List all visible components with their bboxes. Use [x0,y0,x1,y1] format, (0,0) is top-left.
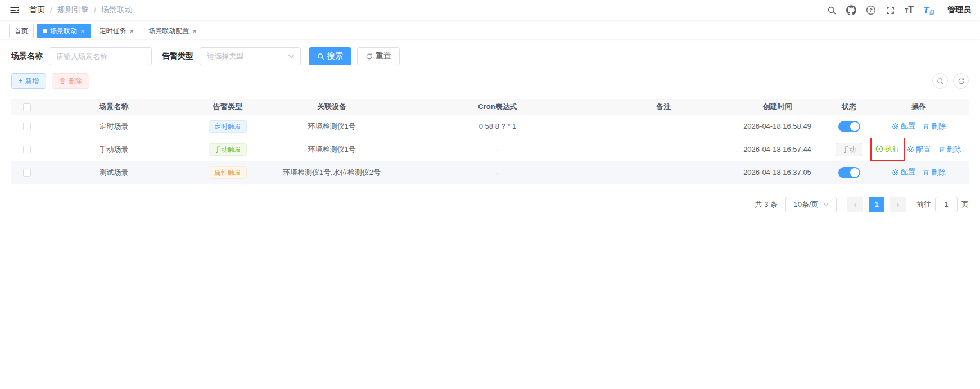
navbar-actions: ? TT TB 管理员 [827,4,971,16]
tab-label: 场景联动配置 [148,26,189,36]
alarm-type-label: 告警类型 [162,51,193,61]
table-row: 定时场景 定时触发 环境检测仪1号 0 58 8 ? * 1 2026-04-1… [11,115,969,138]
search-icon [937,78,944,85]
tab-close-icon[interactable]: × [192,28,197,35]
alarm-type-tag: 定时触发 [209,120,247,133]
status-toggle[interactable] [838,167,860,178]
gear-icon [892,169,899,176]
delete-link[interactable]: 删除 [923,168,946,178]
created-cell: 2026-04-18 16:37:05 [725,161,829,184]
svg-text:B: B [929,8,934,16]
filter-bar: 场景名称 告警类型 请选择类型 搜索 重置 [11,47,969,65]
alarm-type-tag: 属性触发 [209,166,247,179]
chevron-down-icon [288,54,295,58]
cron-cell: 0 58 8 ? * 1 [394,115,602,138]
total-count: 共 3 条 [755,200,778,210]
config-link-label: 配置 [901,121,915,131]
select-placeholder: 请选择类型 [207,51,243,61]
tab-home[interactable]: 首页 [9,24,34,38]
search-button[interactable]: 搜索 [309,47,351,65]
scene-name-cell: 手动场景 [42,138,186,161]
reset-button-label: 重置 [376,51,391,61]
page-1-button[interactable]: 1 [869,197,884,212]
row-checkbox[interactable] [23,169,31,177]
page-size-select[interactable]: 10条/页 [785,197,837,212]
main-content: 场景名称 告警类型 请选择类型 搜索 重置 + 新增 [0,39,980,212]
next-page-button[interactable]: › [890,197,906,212]
scene-name-cell: 定时场景 [42,115,186,138]
tags-view: 首页 场景联动 × 定时任务 × 场景联动配置 × [0,20,980,39]
refresh-table-button[interactable] [953,73,969,89]
tab-close-icon[interactable]: × [80,28,85,35]
chevron-down-icon [823,202,829,206]
fullscreen-icon[interactable] [886,6,895,15]
refresh-icon [365,53,373,60]
add-button[interactable]: + 新增 [11,73,46,89]
delete-link-label: 删除 [931,121,946,132]
prev-page-button[interactable]: ‹ [847,197,863,212]
refresh-icon [958,78,965,85]
tab-label: 定时任务 [100,26,127,36]
tab-close-icon[interactable]: × [130,28,134,35]
delete-link-label: 删除 [931,168,946,178]
delete-link-label: 删除 [947,144,961,155]
breadcrumb-home[interactable]: 首页 [29,5,45,15]
reset-button[interactable]: 重置 [357,47,400,65]
tab-scene-linkage[interactable]: 场景联动 × [37,24,91,38]
row-checkbox[interactable] [23,123,31,130]
column-cron: Cron表达式 [394,99,602,115]
breadcrumb: 首页 / 规则引擎 / 场景联动 [29,5,133,15]
breadcrumb-rule-engine: 规则引擎 [57,5,89,15]
search-icon [317,53,324,60]
toggle-search-button[interactable] [932,73,948,89]
created-cell: 2026-04-18 16:57:44 [725,138,829,161]
scene-name-input[interactable] [49,47,152,65]
delete-link[interactable]: 删除 [923,121,946,132]
gear-icon [892,123,899,130]
font-size-icon[interactable]: TT [905,6,914,15]
plus-icon: + [19,77,22,85]
table-row: 测试场景 属性触发 环境检测仪1号,水位检测仪2号 - 2026-04-18 1… [11,161,969,184]
page-size-value: 10条/页 [793,200,818,210]
breadcrumb-current: 场景联动 [101,5,133,15]
breadcrumb-separator: / [50,6,52,15]
alarm-type-tag: 手动触发 [209,143,247,156]
status-toggle[interactable] [838,121,860,132]
scene-table: 场景名称 告警类型 关联设备 Cron表达式 备注 创建时间 状态 操作 定时场… [11,99,969,184]
remark-cell [602,115,725,138]
column-status: 状态 [829,99,869,115]
help-icon[interactable]: ? [866,5,876,15]
tab-label: 首页 [15,26,28,36]
config-link[interactable]: 配置 [907,144,931,155]
trash-icon [923,169,929,176]
column-actions: 操作 [869,99,969,115]
gear-icon [907,146,914,153]
sidebar-toggle-icon[interactable] [9,4,20,16]
config-link[interactable]: 配置 [892,121,915,131]
cron-cell: - [394,161,602,184]
scene-name-cell: 测试场景 [42,161,186,184]
config-link[interactable]: 配置 [892,167,915,177]
goto-page-input[interactable] [935,197,958,212]
search-icon[interactable] [827,6,837,15]
alarm-type-select[interactable]: 请选择类型 [200,47,301,65]
github-icon[interactable] [846,5,856,15]
tab-scene-linkage-config[interactable]: 场景联动配置 × [143,24,202,38]
execute-link[interactable]: 执行 [875,144,900,154]
execute-link-label: 执行 [885,144,900,154]
trash-icon [59,78,66,84]
row-checkbox[interactable] [23,146,31,153]
config-link-label: 配置 [901,167,915,177]
select-all-checkbox[interactable] [23,103,31,111]
tab-scheduled-tasks[interactable]: 定时任务 × [94,24,140,38]
brand-logo-icon[interactable]: TB [923,4,938,16]
delete-button[interactable]: 删除 [52,73,89,89]
user-menu[interactable]: 管理员 [947,5,971,15]
tab-label: 场景联动 [50,26,77,36]
goto-label: 前往 [916,200,931,210]
delete-link[interactable]: 删除 [938,144,961,155]
table-row: 手动场景 手动触发 环境检测仪1号 - 2026-04-18 16:57:44 … [11,138,969,161]
svg-text:?: ? [869,7,873,13]
devices-cell: 环境检测仪1号,水位检测仪2号 [270,161,394,184]
column-devices: 关联设备 [270,99,394,115]
